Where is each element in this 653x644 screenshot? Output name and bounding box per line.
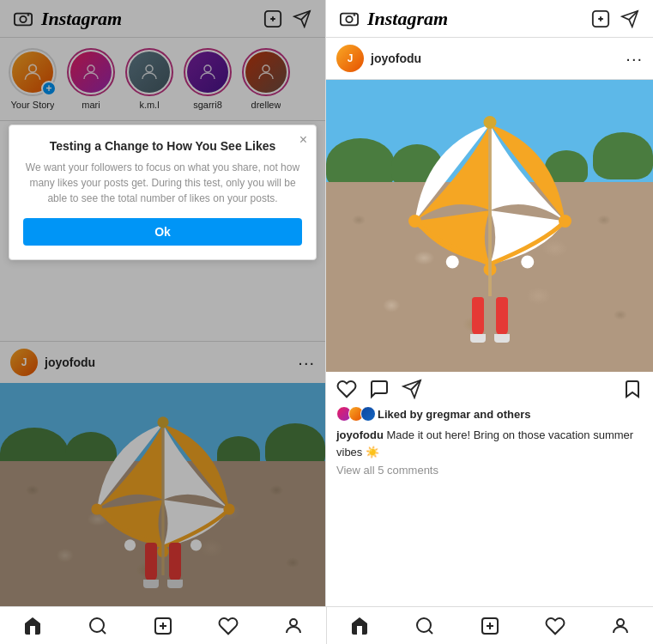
svg-point-20 xyxy=(408,215,421,228)
right-header: Instagram xyxy=(326,0,653,38)
right-panel: Instagram J xyxy=(326,0,653,606)
left-nav-add[interactable] xyxy=(152,615,174,637)
right-nav-add[interactable] xyxy=(479,615,501,637)
svg-point-17 xyxy=(346,15,352,21)
svg-line-34 xyxy=(429,629,432,633)
popup-body: We want your followers to focus on what … xyxy=(23,160,302,206)
popup-close-button[interactable]: × xyxy=(299,132,307,148)
svg-point-38 xyxy=(617,619,624,626)
liked-others: and others xyxy=(470,408,530,421)
likes-avatars xyxy=(336,406,372,422)
share-button[interactable] xyxy=(402,379,422,399)
right-send-icon[interactable] xyxy=(620,9,639,28)
svg-point-32 xyxy=(290,619,297,626)
svg-point-21 xyxy=(445,256,458,269)
svg-point-27 xyxy=(90,618,104,632)
right-post-header: J joyofodu ··· xyxy=(326,38,653,80)
svg-point-24 xyxy=(559,215,571,228)
post-caption: joyofodu Made it out here! Bring on thos… xyxy=(326,427,653,464)
right-post-user-info[interactable]: J joyofodu xyxy=(336,45,421,72)
bookmark-button[interactable] xyxy=(622,379,643,399)
svg-point-18 xyxy=(354,14,355,15)
liked-user[interactable]: gregmar xyxy=(426,408,470,421)
right-camera-icon[interactable] xyxy=(340,9,359,28)
right-post-image xyxy=(326,80,653,372)
right-bottom-nav xyxy=(326,607,653,644)
right-post-actions xyxy=(326,372,653,406)
left-nav-search[interactable] xyxy=(87,615,109,637)
liked-by-prefix: Liked by xyxy=(378,408,426,421)
popup-ok-button[interactable]: Ok xyxy=(23,218,302,246)
popup-overlay xyxy=(0,0,325,606)
popup-title: Testing a Change to How You See Likes xyxy=(23,139,302,153)
right-logo: Instagram xyxy=(367,8,448,30)
like-avatar-3 xyxy=(360,406,376,422)
right-umbrella-illustration xyxy=(383,103,597,318)
view-comments-link[interactable]: View all 5 comments xyxy=(326,464,653,482)
right-nav-profile[interactable] xyxy=(609,615,632,637)
right-post-username: joyofodu xyxy=(371,52,421,65)
svg-point-23 xyxy=(521,256,534,269)
right-add-to-story-icon[interactable] xyxy=(591,9,610,28)
svg-point-33 xyxy=(417,618,431,632)
like-button[interactable] xyxy=(336,379,357,399)
likes-text: Liked by gregmar and others xyxy=(378,408,530,421)
caption-username[interactable]: joyofodu xyxy=(336,428,384,441)
left-nav-heart[interactable] xyxy=(217,615,239,637)
right-nav-home[interactable] xyxy=(348,615,371,637)
right-nav-heart[interactable] xyxy=(544,615,566,637)
comment-button[interactable] xyxy=(369,379,390,399)
right-post-avatar: J xyxy=(336,45,364,72)
right-post-more-button[interactable]: ··· xyxy=(626,50,643,67)
left-nav-home[interactable] xyxy=(21,615,44,637)
left-nav-profile[interactable] xyxy=(282,615,305,637)
post-likes: Liked by gregmar and others xyxy=(326,406,653,427)
right-nav-search[interactable] xyxy=(414,615,436,637)
left-bottom-nav xyxy=(0,607,326,644)
notification-popup: × Testing a Change to How You See Likes … xyxy=(9,125,317,260)
svg-line-28 xyxy=(102,629,106,633)
svg-point-26 xyxy=(483,116,496,129)
